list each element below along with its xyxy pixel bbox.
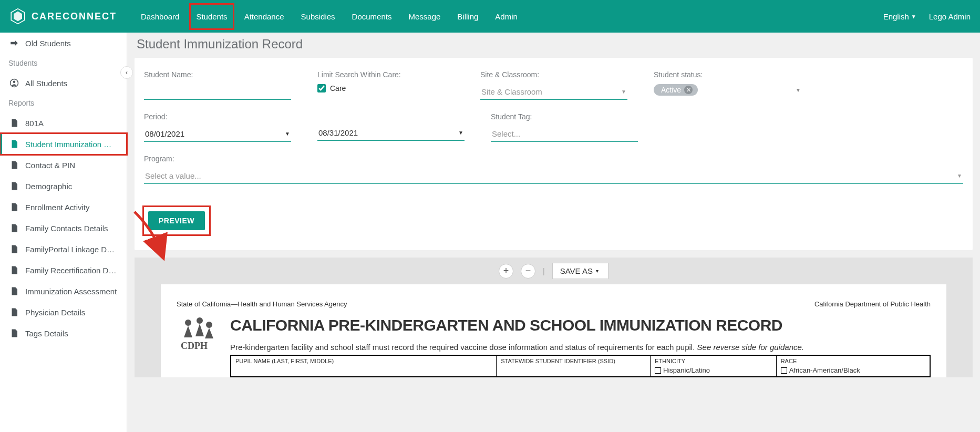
zoom-out-button[interactable]: −	[521, 264, 535, 279]
language-label: English	[883, 12, 909, 21]
period-start-input[interactable]: 08/01/2021 ▼	[144, 126, 291, 142]
sidebar-label: Immunization Assessment	[25, 287, 117, 296]
sidebar-label: FamilyPortal Linkage Details	[25, 245, 117, 254]
nav-billing[interactable]: Billing	[449, 2, 487, 32]
svg-point-6	[206, 322, 212, 328]
report-subtitle-italic: See reverse side for guidance.	[697, 343, 804, 352]
cell-ethnicity: ETHNICITY	[655, 358, 772, 364]
program-select[interactable]: Select a value... ▼	[144, 168, 963, 184]
student-status-label: Student status:	[654, 70, 801, 79]
user-name[interactable]: Lego Admin	[929, 12, 971, 21]
care-label: Care	[330, 84, 346, 92]
nav-documents[interactable]: Documents	[344, 2, 400, 32]
nav-dashboard[interactable]: Dashboard	[132, 2, 188, 32]
caret-down-icon: ▼	[911, 14, 916, 19]
report-table: PUPIL NAME (LAST, FIRST, MIDDLE) STATEWI…	[230, 355, 931, 377]
sidebar-section-reports: Reports	[0, 94, 127, 112]
document-icon	[9, 160, 19, 170]
sidebar-item-demographic[interactable]: Demographic	[0, 176, 127, 197]
sidebar-label: Family Recertification Date	[25, 266, 117, 275]
caret-down-icon: ▼	[285, 131, 290, 137]
period-start-value: 08/01/2021	[145, 129, 184, 138]
program-label: Program:	[144, 155, 963, 163]
nav-message[interactable]: Message	[400, 2, 449, 32]
document-icon	[9, 181, 19, 191]
limit-search-label: Limit Search Within Care:	[317, 70, 454, 79]
student-tag-select[interactable]: Select...	[491, 126, 638, 142]
page-title-bar: Student Immunization Record	[127, 33, 980, 58]
cell-pupil-name: PUPIL NAME (LAST, FIRST, MIDDLE)	[235, 358, 492, 364]
filter-card: Student Name: Limit Search Within Care: …	[135, 58, 973, 250]
sidebar-item-familyportal-linkage[interactable]: FamilyPortal Linkage Details	[0, 239, 127, 260]
care-checkbox[interactable]	[317, 84, 326, 92]
sidebar-label: Physician Details	[25, 308, 85, 317]
cell-race: RACE	[781, 358, 925, 364]
share-icon	[9, 38, 19, 48]
caret-down-icon: ▼	[621, 89, 626, 95]
document-icon	[9, 265, 19, 275]
document-icon	[9, 307, 19, 317]
sidebar-item-family-recert[interactable]: Family Recertification Date	[0, 260, 127, 281]
table-row: PUPIL NAME (LAST, FIRST, MIDDLE) STATEWI…	[231, 355, 930, 377]
status-chip-text: Active	[661, 86, 681, 94]
sidebar-label: All Students	[25, 79, 67, 88]
nav-links: Dashboard Students Attendance Subsidies …	[132, 2, 526, 32]
report-toolbar: + − | SAVE AS ▾	[135, 258, 973, 284]
caret-down-icon: ▼	[458, 130, 463, 136]
svg-point-5	[197, 317, 203, 324]
brand-text: CARECONNECT	[32, 11, 117, 22]
report-subtitle: Pre-kindergarten facility and school sta…	[230, 343, 931, 352]
status-chip: Active ✕	[654, 84, 698, 96]
page-title: Student Immunization Record	[137, 37, 971, 52]
sidebar-item-801a[interactable]: 801A	[0, 112, 127, 133]
student-tag-placeholder: Select...	[492, 129, 520, 138]
caret-down-icon[interactable]: ▼	[796, 87, 801, 93]
sidebar-item-tags[interactable]: Tags Details	[0, 323, 127, 344]
top-nav: CARECONNECT Dashboard Students Attendanc…	[0, 0, 980, 33]
sidebar-item-old-students[interactable]: Old Students	[0, 33, 127, 54]
student-name-input[interactable]	[144, 84, 291, 100]
filter-limit-search: Limit Search Within Care: Care	[317, 70, 454, 100]
student-name-label: Student Name:	[144, 70, 291, 79]
save-as-button[interactable]: SAVE AS ▾	[552, 263, 608, 279]
filter-student-status: Student status: Active ✕ ▼	[654, 70, 801, 100]
document-icon	[9, 328, 19, 338]
nav-attendance[interactable]: Attendance	[236, 2, 293, 32]
nav-subsidies[interactable]: Subsidies	[293, 2, 344, 32]
sidebar-item-immunization-record[interactable]: Student Immunization Reco…	[0, 133, 127, 155]
language-switcher[interactable]: English ▼	[883, 12, 916, 21]
document-icon	[9, 202, 19, 212]
svg-point-3	[13, 81, 16, 84]
site-classroom-label: Site & Classroom:	[480, 70, 627, 79]
sidebar-item-immunization-assessment[interactable]: Immunization Assessment	[0, 281, 127, 302]
filter-student-tag: Student Tag: Select...	[491, 112, 638, 142]
cell-ssid: STATEWIDE STUDENT IDENTIFIER (SSID)	[501, 358, 646, 364]
sidebar-item-enrollment-activity[interactable]: Enrollment Activity	[0, 197, 127, 218]
brand-logo-icon	[9, 8, 26, 25]
filter-period-end: 08/31/2021 ▼	[317, 112, 465, 142]
report-header-right: California Department of Public Health	[814, 300, 931, 308]
sidebar-collapse-button[interactable]: ‹	[120, 66, 133, 79]
sidebar-item-physician[interactable]: Physician Details	[0, 302, 127, 323]
document-icon	[9, 223, 19, 233]
sidebar-label: Old Students	[25, 39, 71, 48]
zoom-in-button[interactable]: +	[499, 264, 513, 279]
sidebar-label: Tags Details	[25, 329, 68, 338]
sidebar-item-contact-pin[interactable]: Contact & PIN	[0, 155, 127, 176]
report-title: CALIFORNIA PRE-KINDERGARTEN AND SCHOOL I…	[230, 316, 931, 334]
site-classroom-select[interactable]: Site & Classroom ▼	[480, 84, 627, 100]
cdph-logo-icon: CDPH	[177, 316, 219, 353]
sidebar-item-family-contacts[interactable]: Family Contacts Details	[0, 218, 127, 239]
nav-admin[interactable]: Admin	[487, 2, 526, 32]
nav-right: English ▼ Lego Admin	[883, 12, 971, 21]
document-icon	[9, 118, 19, 128]
sidebar: ‹ Old Students Students All Students Rep…	[0, 33, 127, 432]
nav-students[interactable]: Students	[188, 2, 235, 32]
svg-point-4	[185, 320, 191, 326]
chip-remove-icon[interactable]: ✕	[684, 86, 693, 94]
sidebar-item-all-students[interactable]: All Students	[0, 73, 127, 94]
preview-button[interactable]: PREVIEW	[148, 211, 205, 230]
brand: CARECONNECT	[9, 8, 117, 25]
report-area: + − | SAVE AS ▾ State of California—Heal…	[135, 258, 973, 377]
period-end-input[interactable]: 08/31/2021 ▼	[317, 125, 465, 141]
